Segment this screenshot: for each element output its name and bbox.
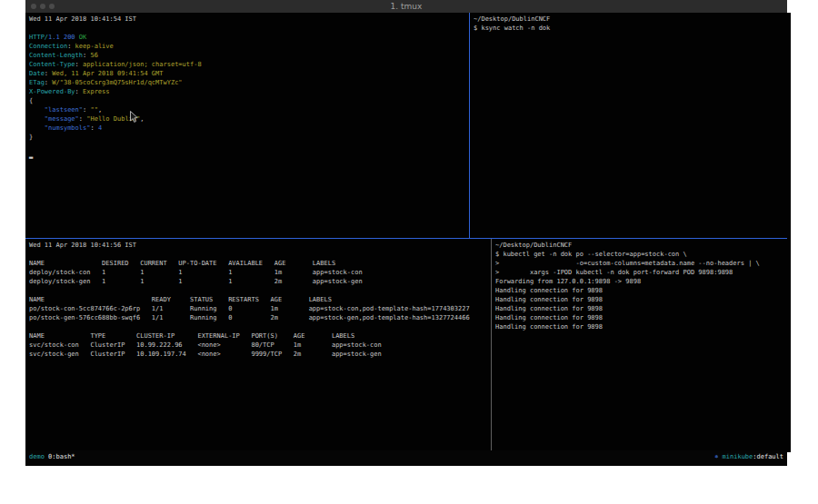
pane-ksync[interactable]: ~/Desktop/DublinCNCF$ ksync watch -n dok — [470, 13, 791, 240]
terminal-line: } — [29, 133, 473, 142]
desktop: { "window": { "title": "1. tmux" }, "pan… — [0, 0, 818, 504]
terminal-line — [29, 142, 473, 151]
status-left-session-window[interactable]: demo 0:bash* — [29, 452, 75, 466]
text-segment: Content-Type — [29, 61, 75, 68]
terminal-line: Handling connection for 9898 — [495, 286, 791, 295]
text-segment: ~/Desktop/DublinCNCF — [474, 15, 550, 23]
text-segment: 56 — [90, 52, 97, 59]
terminal-line: > xargs -IPOD kubectl -n dok port-forwar… — [495, 268, 791, 277]
terminal-line: HTTP/1.1 200 OK — [29, 33, 473, 42]
text-segment: Handling connection for 9898 — [495, 314, 603, 321]
terminal-line: Content-Type: application/json; charset=… — [29, 60, 473, 69]
text-segment: : — [75, 88, 83, 95]
text-segment: } — [29, 133, 33, 141]
terminal-line: "message": "Hello Dublin", — [29, 114, 473, 124]
text-segment: X-Powered-By — [29, 88, 75, 95]
terminal-line: $ kubectl get -n dok po --selector=app=s… — [495, 250, 791, 259]
text-segment: Connection — [29, 43, 67, 50]
text-segment: minikube — [723, 453, 753, 460]
text-segment: $ ksync watch -n dok — [474, 25, 550, 32]
terminal-line: po/stock-con-5cc874766c-2p6rp 1/1 Runnin… — [29, 304, 494, 313]
text-segment: demo — [29, 453, 45, 460]
pane-port-forward[interactable]: ~/Desktop/DublinCNCF$ kubectl get -n dok… — [492, 239, 791, 452]
text-segment: deploy/stock-con 1 1 1 1 1m app=stock-co… — [29, 269, 363, 276]
terminal-line: "numsymbols": 4 — [29, 124, 473, 133]
terminal-line: Connection: keep-alive — [29, 42, 473, 51]
text-segment: ~/Desktop/DublinCNCF — [495, 242, 572, 249]
text-segment: Forwarding from 127.0.0.1:9898 -> 9898 — [495, 278, 641, 285]
text-segment — [29, 124, 45, 132]
terminal-line: > -o=custom-columns=metadata.name --no-h… — [495, 259, 791, 268]
terminal-window: 1. tmux Wed 11 Apr 2018 10:41:54 IST HTT… — [25, 0, 787, 466]
text-segment: application/json; charset=utf-8 — [83, 61, 202, 68]
text-segment: ⎈ — [714, 453, 722, 460]
terminal-line: Content-Length: 56 — [29, 51, 473, 60]
text-segment: HTTP/ — [29, 34, 48, 41]
terminal-line: { — [29, 96, 473, 105]
terminal-line: X-Powered-By: Express — [29, 87, 473, 96]
text-segment: ▂ — [29, 152, 33, 159]
text-segment: : — [90, 124, 97, 132]
text-segment: "message" — [45, 115, 79, 123]
terminal-line: po/stock-gen-576cc688bb-swqf6 1/1 Runnin… — [29, 313, 494, 322]
terminal-line: Handling connection for 9898 — [495, 313, 791, 322]
text-segment: "" — [90, 106, 97, 114]
text-segment: { — [29, 97, 33, 104]
text-segment: $ kubectl get -n dok po --selector=app=s… — [495, 251, 687, 258]
terminal-line: NAME DESIRED CURRENT UP-TO-DATE AVAILABL… — [29, 259, 494, 268]
window-titlebar[interactable]: 1. tmux — [25, 0, 787, 13]
status-right-kube-context: ⎈ minikube:default — [714, 452, 783, 466]
text-segment: 1.1 200 — [48, 34, 75, 41]
terminal-line: NAME TYPE CLUSTER-IP EXTERNAL-IP PORT(S)… — [29, 331, 494, 341]
text-segment — [29, 106, 45, 114]
text-segment: NAME DESIRED CURRENT UP-TO-DATE AVAILABL… — [29, 260, 335, 267]
text-segment: Handling connection for 9898 — [495, 305, 603, 312]
terminal-line: $ ksync watch -n dok — [474, 24, 791, 33]
terminal-line — [29, 322, 494, 331]
pane-divider-vertical-top[interactable] — [469, 13, 470, 238]
pane-http-response[interactable]: Wed 11 Apr 2018 10:41:54 IST HTTP/1.1 20… — [25, 13, 473, 240]
text-segment: "lastseen" — [45, 106, 83, 114]
zoom-button[interactable] — [49, 4, 55, 9]
text-segment: :default — [753, 453, 783, 460]
mouse-cursor — [130, 111, 138, 123]
close-button[interactable] — [31, 4, 36, 9]
terminal-line: Forwarding from 127.0.0.1:9898 -> 9898 — [495, 277, 791, 286]
text-segment: OK — [79, 34, 86, 41]
text-segment: Content-Length — [29, 52, 83, 59]
text-segment: Express — [83, 88, 110, 95]
terminal-line — [29, 286, 494, 295]
terminal-line: ~/Desktop/DublinCNCF — [495, 241, 791, 250]
terminal-line: ~/Desktop/DublinCNCF — [474, 15, 791, 24]
traffic-lights — [31, 4, 55, 9]
text-segment: Handling connection for 9898 — [495, 296, 603, 303]
text-segment: Wed 11 Apr 2018 10:41:54 IST — [29, 15, 136, 23]
text-segment: Handling connection for 9898 — [495, 287, 603, 294]
text-segment: , — [98, 106, 102, 114]
text-segment: NAME TYPE CLUSTER-IP EXTERNAL-IP PORT(S)… — [29, 332, 354, 340]
pane-kubectl-get[interactable]: Wed 11 Apr 2018 10:41:56 IST NAME DESIRE… — [25, 239, 494, 452]
minimize-button[interactable] — [40, 4, 45, 9]
text-segment: Wed 11 Apr 2018 10:41:56 IST — [29, 242, 136, 249]
text-segment: svc/stock-gen ClusterIP 10.109.197.74 <n… — [29, 351, 382, 358]
text-segment: keep-alive — [75, 43, 114, 50]
text-segment: > -o=custom-columns=metadata.name --no-h… — [495, 260, 760, 267]
window-title: 1. tmux — [25, 0, 787, 13]
terminal-line — [29, 24, 473, 33]
text-segment: Handling connection for 9898 — [495, 323, 603, 331]
text-segment: ETag — [29, 79, 45, 86]
terminal-line: Handling connection for 9898 — [495, 295, 791, 304]
text-segment: svc/stock-con ClusterIP 10.99.222.96 <no… — [29, 341, 382, 349]
terminal-line: ▂ — [29, 151, 473, 160]
text-segment: : — [79, 115, 86, 123]
text-segment — [29, 115, 45, 123]
terminal-line: "lastseen": "", — [29, 105, 473, 114]
terminal-line: Wed 11 Apr 2018 10:41:56 IST — [29, 241, 494, 250]
terminal-line: deploy/stock-gen 1 1 1 1 2m app=stock-ge… — [29, 277, 494, 286]
text-segment: deploy/stock-gen 1 1 1 1 2m app=stock-ge… — [29, 278, 363, 285]
terminal-line: deploy/stock-con 1 1 1 1 1m app=stock-co… — [29, 268, 494, 277]
tmux-status-bar: demo 0:bash* ⎈ minikube:default — [25, 450, 787, 466]
terminal-line: svc/stock-gen ClusterIP 10.109.197.74 <n… — [29, 350, 494, 359]
text-segment: > xargs -IPOD kubectl -n dok port-forwar… — [495, 269, 733, 276]
text-segment: Date — [29, 70, 45, 77]
